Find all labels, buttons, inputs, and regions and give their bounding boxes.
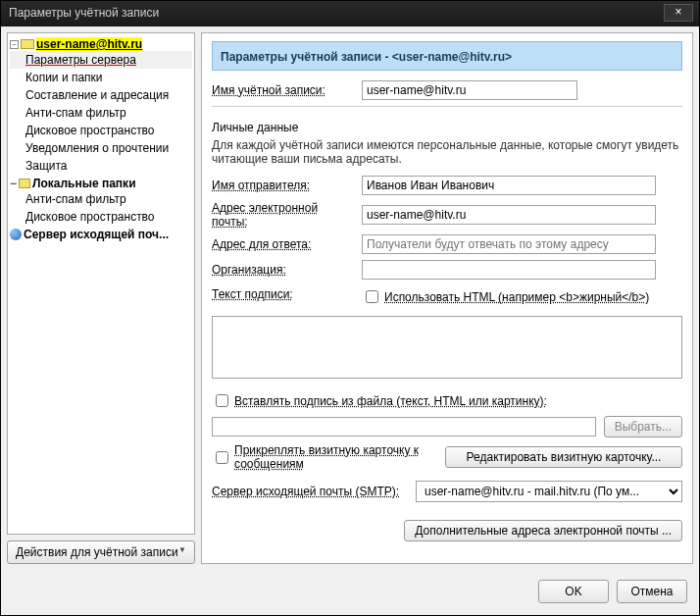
globe-icon	[10, 229, 22, 240]
vcard-checkbox-row[interactable]: Прикреплять визитную карточку к сообщени…	[212, 443, 437, 471]
smtp-server-label: Сервер исходящей поч...	[24, 228, 169, 241]
email-label: Адрес электронной почты:	[212, 201, 354, 229]
sender-name-label: Имя отправителя:	[212, 179, 354, 192]
use-html-checkbox-row[interactable]: Использовать HTML (например <b>жирный</b…	[362, 287, 682, 306]
content-pane: Параметры учётной записи - <user-name@hi…	[201, 32, 693, 564]
tree-item-compose[interactable]: Составление и адресация	[10, 86, 192, 104]
collapse-icon[interactable]: −	[10, 177, 17, 190]
tree-item-disk[interactable]: Дисковое пространство	[10, 122, 192, 139]
dialog-footer: OK Отмена	[1, 570, 699, 615]
close-button[interactable]: ×	[664, 4, 693, 22]
smtp-select[interactable]: user-name@hitv.ru - mail.hitv.ru (По ум.…	[416, 481, 682, 502]
tree-local-root[interactable]: − Локальные папки	[10, 177, 192, 190]
sender-name-input[interactable]	[362, 176, 656, 195]
tree-item-local-antispam[interactable]: Анти-спам фильтр	[10, 190, 192, 208]
organization-label: Организация:	[212, 263, 354, 277]
reply-to-label: Адрес для ответа:	[212, 237, 354, 251]
account-name-label: Имя учётной записи:	[212, 83, 354, 97]
sidebar: − user-name@hitv.ru Параметры сервера Ко…	[7, 32, 195, 564]
content-header: Параметры учётной записи - <user-name@hi…	[212, 41, 682, 71]
tree-item-server-params[interactable]: Параметры сервера	[10, 51, 192, 69]
account-name: user-name@hitv.ru	[36, 37, 142, 51]
signature-label: Текст подписи:	[212, 287, 354, 301]
personal-data-title: Личные данные	[212, 121, 682, 134]
edit-vcard-button[interactable]: Редактировать визитную карточку...	[445, 446, 682, 468]
titlebar: Параметры учётной записи ×	[1, 1, 699, 26]
use-html-checkbox[interactable]	[366, 290, 378, 303]
additional-emails-button[interactable]: Дополнительные адреса электронной почты …	[404, 520, 682, 541]
window-title: Параметры учётной записи	[9, 6, 159, 20]
sig-file-checkbox-row[interactable]: Вставлять подпись из файла (текст, HTML …	[212, 391, 547, 410]
tree-item-receipts[interactable]: Уведомления о прочтении	[10, 139, 192, 157]
tree-smtp-root[interactable]: Сервер исходящей поч...	[10, 228, 192, 241]
personal-data-desc: Для каждой учётной записи имеются персон…	[212, 138, 682, 166]
tree-item-antispam[interactable]: Анти-спам фильтр	[10, 104, 192, 122]
account-actions-button[interactable]: Действия для учётной записи▼	[7, 540, 195, 564]
local-folders-label: Локальные папки	[32, 177, 136, 190]
chevron-down-icon: ▼	[178, 545, 186, 554]
email-input[interactable]	[362, 205, 656, 225]
signature-textarea[interactable]	[212, 316, 682, 379]
vcard-label: Прикреплять визитную карточку к сообщени…	[234, 443, 437, 471]
folder-icon	[19, 179, 30, 188]
reply-to-input[interactable]	[362, 234, 656, 254]
use-html-label: Использовать HTML (например <b>жирный</b…	[384, 290, 649, 304]
browse-button: Выбрать...	[604, 416, 682, 437]
ok-button[interactable]: OK	[538, 580, 609, 603]
tree-item-security[interactable]: Защита	[10, 157, 192, 175]
account-name-input[interactable]	[362, 80, 577, 100]
organization-input[interactable]	[362, 260, 656, 280]
collapse-icon[interactable]: −	[10, 40, 19, 49]
tree-item-copies[interactable]: Копии и папки	[10, 69, 192, 86]
account-tree: − user-name@hitv.ru Параметры сервера Ко…	[7, 32, 195, 535]
tree-item-local-disk[interactable]: Дисковое пространство	[10, 208, 192, 226]
cancel-button[interactable]: Отмена	[617, 580, 687, 603]
tree-account-root[interactable]: − user-name@hitv.ru	[10, 37, 192, 51]
smtp-label: Сервер исходящей почты (SMTP):	[212, 485, 408, 498]
vcard-checkbox[interactable]	[216, 451, 228, 464]
sig-file-label: Вставлять подпись из файла (текст, HTML …	[234, 394, 547, 408]
envelope-icon	[21, 39, 34, 49]
sig-file-path-input	[212, 417, 596, 436]
sig-file-checkbox[interactable]	[216, 394, 228, 407]
